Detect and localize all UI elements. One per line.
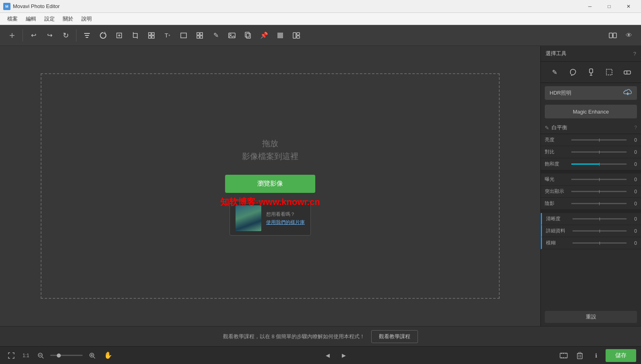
browse-button[interactable]: 瀏覽影像	[225, 175, 315, 193]
blur-track[interactable]	[573, 242, 627, 244]
grid-button[interactable]	[192, 28, 207, 43]
watch-tutorial-button[interactable]: 觀看教學課程	[371, 330, 418, 343]
hdr-label: HDR照明	[550, 89, 571, 97]
svg-rect-21	[245, 32, 249, 37]
menu-item-settings[interactable]: 設定	[40, 14, 59, 24]
filmstrip-button[interactable]	[557, 349, 570, 362]
undo-button[interactable]: ↩	[26, 28, 41, 43]
svg-rect-27	[297, 33, 300, 35]
detail-label: 詳細資料	[546, 228, 570, 234]
white-balance-help[interactable]: ?	[634, 125, 637, 130]
svg-rect-9	[149, 33, 151, 35]
hdr-cloud-icon	[623, 89, 632, 97]
text-button[interactable]: T+	[160, 28, 175, 43]
minimize-button[interactable]: ─	[581, 0, 599, 13]
compare-button[interactable]	[606, 28, 620, 43]
white-balance-section: ✎ 白平衡 ?	[541, 122, 641, 134]
frame-button[interactable]	[176, 28, 191, 43]
copy-button[interactable]	[241, 28, 255, 43]
zoom-slider[interactable]	[50, 355, 83, 356]
brightness-track[interactable]	[571, 139, 627, 141]
svg-rect-6	[133, 33, 137, 37]
clarity-track[interactable]	[573, 218, 627, 219]
delete-button[interactable]	[573, 349, 586, 362]
hdr-button[interactable]: HDR照明	[545, 86, 637, 100]
preview-button[interactable]: 👁	[622, 28, 636, 43]
exposure-row: 曝光 0	[541, 174, 641, 186]
tool-erase-button[interactable]	[620, 65, 635, 79]
save-button[interactable]: 儲存	[606, 349, 636, 362]
saturation-track[interactable]	[571, 163, 627, 165]
svg-rect-30	[613, 33, 616, 38]
rotate-button[interactable]	[96, 28, 110, 43]
svg-rect-12	[152, 36, 154, 38]
clarity-value: 0	[629, 216, 637, 222]
sample-label: 想用看看嗎？	[266, 210, 305, 219]
menu-item-help[interactable]: 說明	[77, 14, 96, 24]
menu-item-edit[interactable]: 編輯	[22, 14, 40, 24]
slider-divider-1	[541, 170, 641, 174]
tool-brush-button[interactable]: ✎	[548, 65, 562, 79]
image-button[interactable]	[225, 28, 239, 43]
pan-button[interactable]: ✋	[102, 349, 115, 362]
menu-item-about[interactable]: 關於	[59, 14, 77, 24]
add-button[interactable]: +	[5, 28, 19, 43]
pencil-button[interactable]: ✎	[209, 28, 223, 43]
panel-header: 選擇工具 ?	[541, 46, 641, 62]
highlights-label: 突出顯示	[545, 188, 569, 195]
brightness-value: 0	[629, 137, 637, 143]
svg-rect-11	[149, 36, 151, 38]
svg-rect-23	[280, 33, 283, 35]
exposure-track[interactable]	[571, 179, 627, 180]
info-button[interactable]: ℹ	[589, 349, 602, 362]
app-title: Movavi Photo Editor	[13, 3, 581, 9]
shadows-label: 陰影	[545, 200, 569, 207]
fit-to-screen-button[interactable]	[5, 349, 18, 362]
svg-rect-55	[577, 354, 582, 359]
fit-button[interactable]	[112, 28, 126, 43]
redo-button[interactable]: ↪	[42, 28, 57, 43]
svg-rect-14	[197, 33, 199, 35]
pin-button[interactable]: 📌	[257, 28, 271, 43]
crop-button[interactable]	[128, 28, 143, 43]
highlights-track[interactable]	[571, 191, 627, 192]
reset-button[interactable]: 重設	[545, 311, 637, 323]
refresh-button[interactable]: ↻	[58, 28, 73, 43]
svg-rect-25	[280, 35, 283, 38]
shadows-track[interactable]	[571, 203, 627, 204]
right-panel: 選擇工具 ? ✎	[540, 46, 641, 326]
tool-pin-button[interactable]	[584, 65, 598, 79]
panel-help-icon[interactable]: ?	[633, 51, 636, 57]
zoom-out-button[interactable]	[34, 349, 47, 362]
svg-rect-37	[606, 69, 612, 75]
select-button[interactable]	[144, 28, 159, 43]
svg-rect-15	[200, 33, 203, 35]
shadows-value: 0	[629, 201, 637, 207]
saturation-label: 飽和度	[545, 161, 569, 168]
close-button[interactable]: ✕	[619, 0, 638, 13]
svg-line-47	[93, 357, 95, 358]
layers-button[interactable]	[273, 28, 287, 43]
canvas-area: 拖放 影像檔案到這裡 知软博客-www.knowr.cn 瀏覽影像 想用看看嗎？…	[0, 46, 540, 326]
detail-value: 0	[629, 228, 637, 234]
svg-rect-59	[579, 352, 581, 354]
svg-rect-24	[277, 35, 280, 38]
next-image-button[interactable]: ▶	[337, 349, 350, 362]
panels-button[interactable]	[289, 28, 304, 43]
prev-image-button[interactable]: ◀	[321, 349, 334, 362]
filter-button[interactable]	[80, 28, 94, 43]
sample-thumbnail	[236, 205, 261, 231]
detail-track[interactable]	[573, 230, 627, 232]
menu-item-file[interactable]: 檔案	[3, 14, 22, 24]
highlights-row: 突出顯示 0	[541, 186, 641, 198]
svg-rect-53	[563, 357, 564, 358]
magic-enhance-button[interactable]: Magic Enhance	[545, 105, 637, 118]
tool-lasso-button[interactable]	[566, 65, 580, 79]
zoom-in-button[interactable]	[86, 349, 99, 362]
tool-rect-select-button[interactable]	[602, 65, 616, 79]
svg-rect-49	[561, 353, 562, 354]
maximize-button[interactable]: □	[600, 0, 618, 13]
sample-link[interactable]: 使用我們的樣片庫	[266, 219, 305, 226]
svg-rect-22	[277, 33, 280, 35]
contrast-track[interactable]	[571, 151, 627, 153]
